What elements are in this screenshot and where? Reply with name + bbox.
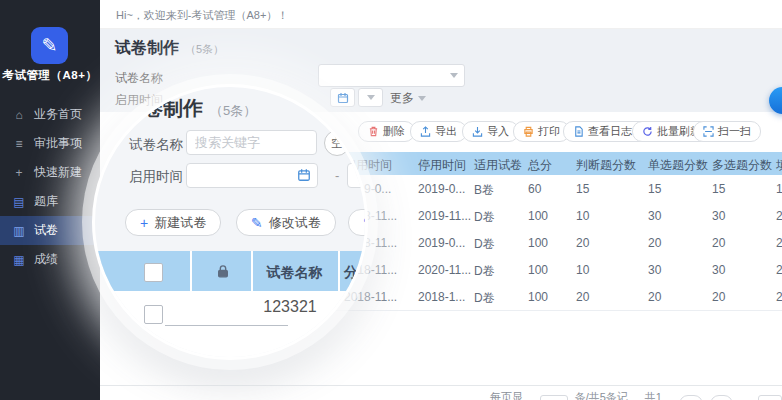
total-pages-label: 共1页 — [645, 390, 673, 400]
sidebar-menu: ⌂业务首页≡审批事项+快速新建▤题库▥试卷▦成绩 — [0, 100, 100, 274]
table-cell: 20 — [648, 290, 661, 304]
table-cell: 2018-1... — [418, 290, 465, 304]
prev-page-button[interactable]: ‹ — [710, 395, 734, 400]
per-page-input[interactable]: 50 — [540, 395, 568, 400]
table-cell: 20 — [776, 209, 782, 223]
select-all-checkbox[interactable] — [144, 263, 163, 282]
floating-action-button[interactable] — [769, 87, 782, 114]
plus-icon: + — [12, 166, 26, 180]
first-page-button[interactable]: « — [679, 395, 703, 400]
sidebar-item-label: 快速新建 — [34, 164, 82, 181]
top-header-bar: Hi~，欢迎来到-考试管理（A8+）！ — [100, 0, 782, 29]
table-cell: 2018-11... — [344, 290, 397, 304]
table-cell: 20 — [776, 236, 782, 250]
sidebar-item-approval[interactable]: ≡审批事项 — [0, 129, 100, 158]
question-bank-icon: ▤ — [12, 195, 26, 209]
sidebar-item-label: 审批事项 — [34, 135, 82, 152]
table-cell: 20 — [648, 236, 661, 250]
edit-pencil-icon: ✎ — [363, 215, 368, 231]
edit-paper-button[interactable]: ✎ 修改试卷 — [236, 209, 336, 236]
table-cell: 15 — [648, 182, 661, 196]
more-dropdown[interactable]: 更多 — [390, 90, 426, 107]
import-button[interactable]: 导入 — [462, 121, 519, 142]
row-checkbox[interactable] — [144, 305, 163, 324]
page-number-input[interactable]: 1 — [758, 395, 782, 400]
export-icon — [420, 126, 431, 137]
scan-icon — [703, 126, 714, 137]
edit-pencil-icon: ✎ — [251, 215, 263, 231]
column-header: 适用试卷 — [474, 157, 522, 174]
table-cell: 100 — [528, 290, 548, 304]
calendar-icon — [337, 92, 349, 104]
column-header: 总分 — [528, 157, 552, 174]
sidebar-item-score[interactable]: ▦成绩 — [0, 245, 100, 274]
table-cell: 30 — [712, 263, 725, 277]
page-title: 试卷制作（5条） — [115, 38, 224, 59]
table-cell: D卷 — [474, 263, 495, 280]
column-header: 填空题分数 — [776, 157, 782, 174]
table-cell: 20 — [776, 263, 782, 277]
sidebar-item-label: 业务首页 — [34, 106, 82, 123]
table-cell: 10 — [576, 263, 589, 277]
table-cell: 2019-11... — [418, 209, 471, 223]
table-cell: 30 — [648, 263, 661, 277]
export-button[interactable]: 导出 — [410, 121, 467, 142]
column-header: 判断题分数 — [576, 157, 636, 174]
table-cell: 2019-0... — [418, 236, 465, 250]
magnifier: 试卷制作（5条） 试卷名称 空 启用时间 - + 新建试卷 ✎ 修改试卷 ✎ 试… — [92, 84, 368, 360]
table-cell: 10 — [576, 209, 589, 223]
plus-icon: + — [140, 215, 148, 231]
table-cell: 100 — [528, 236, 548, 250]
table-cell: 2019-0... — [418, 182, 465, 196]
calendar-button[interactable] — [330, 88, 355, 107]
enable-time-label: 启用时间 — [129, 168, 183, 186]
sidebar-item-quick-create[interactable]: +快速新建 — [0, 158, 100, 187]
row-divider — [165, 325, 288, 326]
chevron-down-icon — [367, 95, 375, 100]
table-cell: 30 — [648, 209, 661, 223]
sidebar-item-home[interactable]: ⌂业务首页 — [0, 100, 100, 129]
table-cell: 100 — [528, 209, 548, 223]
table-cell: 20 — [712, 236, 725, 250]
home-icon: ⌂ — [12, 108, 26, 122]
mini-dropdown[interactable] — [358, 88, 383, 107]
partial-button[interactable]: ✎ — [348, 209, 368, 236]
print-button[interactable]: 打印 — [513, 121, 570, 142]
filter-select[interactable] — [318, 64, 465, 87]
record-count: （5条） — [185, 43, 224, 55]
sidebar-item-question-bank[interactable]: ▤题库 — [0, 187, 100, 216]
scan-button[interactable]: 扫一扫 — [693, 121, 761, 142]
greeting-text: Hi~，欢迎来到-考试管理（A8+）！ — [116, 8, 288, 23]
paper-name-label: 试卷名称 — [129, 136, 183, 154]
app-title: 考试管理（A8+） — [0, 68, 100, 83]
table-cell: B卷 — [474, 182, 494, 199]
table-cell: 20 — [776, 290, 782, 304]
paper-name-search-input[interactable] — [186, 130, 317, 155]
print-icon — [523, 126, 534, 137]
delete-button[interactable]: 删除 — [358, 121, 415, 142]
pencil-icon: ✎ — [42, 34, 58, 57]
magnifier-record-count: （5条） — [210, 103, 256, 118]
paper-name-label: 试卷名称 — [115, 70, 163, 87]
table-cell: 100 — [528, 263, 548, 277]
table-cell: 60 — [528, 182, 541, 196]
column-header: 多选题分数 — [712, 157, 772, 174]
records-label: 条/共5条记录 — [575, 390, 638, 400]
table-cell: 15 — [712, 182, 725, 196]
table-cell: 15 — [576, 182, 589, 196]
table-cell: D卷 — [474, 209, 495, 226]
table-cell: 20 — [576, 236, 589, 250]
score-icon: ▦ — [12, 253, 26, 267]
import-icon — [472, 126, 483, 137]
log-icon — [573, 126, 584, 137]
table-cell: D卷 — [474, 236, 495, 253]
chevron-down-icon — [418, 96, 426, 101]
table-cell: 15 — [776, 182, 782, 196]
app-logo[interactable]: ✎ — [31, 27, 68, 64]
table-cell: D卷 — [474, 290, 495, 307]
sidebar-item-label: 成绩 — [34, 251, 58, 268]
exam-paper-icon: ▥ — [12, 224, 26, 238]
new-paper-button[interactable]: + 新建试卷 — [125, 209, 221, 236]
sidebar-item-exam-paper[interactable]: ▥试卷 — [0, 216, 100, 245]
sidebar-item-label: 试卷 — [34, 222, 58, 239]
